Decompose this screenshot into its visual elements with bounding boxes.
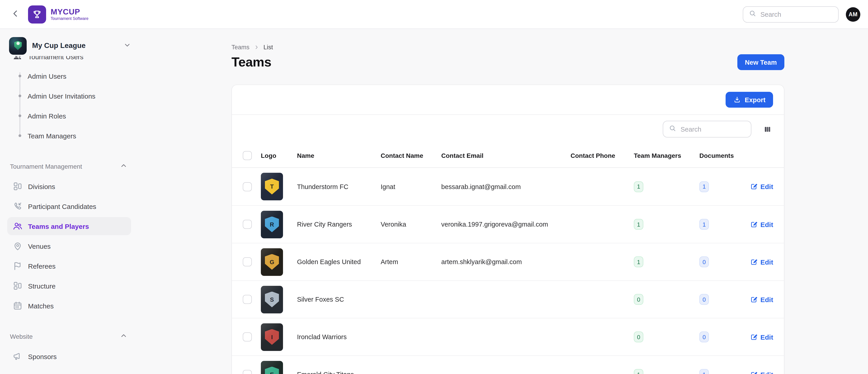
sidebar-item-label: Referees: [28, 262, 56, 270]
column-header-contact-name[interactable]: Contact Name: [381, 152, 441, 159]
team-logo-shield: S: [265, 291, 279, 307]
sidebar-item-label: Sponsors: [28, 352, 57, 360]
edit-link[interactable]: Edit: [750, 295, 773, 303]
team-managers-badge: 1: [634, 256, 643, 267]
team-logo-shield: R: [265, 216, 279, 232]
edit-link[interactable]: Edit: [750, 220, 773, 228]
contact-name: Artem: [381, 258, 441, 266]
column-header-logo[interactable]: Logo: [261, 152, 297, 159]
edit-icon: [750, 258, 758, 266]
map-pin-icon: [13, 241, 23, 251]
edit-link[interactable]: Edit: [750, 333, 773, 341]
phone-incoming-icon: [13, 201, 23, 211]
search-icon: [749, 9, 756, 19]
table-search[interactable]: [663, 121, 752, 137]
brand-tagline: Tournament Software: [51, 17, 88, 21]
brand-name: MYCUP: [51, 7, 88, 16]
sidebar-item[interactable]: Matches: [7, 297, 131, 315]
sidebar-subitem[interactable]: Admin Roles: [7, 106, 131, 126]
sidebar-subitem[interactable]: Admin Users: [7, 66, 131, 86]
chevron-up-icon: [120, 162, 127, 171]
card-header: Export: [232, 85, 784, 115]
team-name: Thunderstorm FC: [297, 183, 381, 190]
documents-badge: 1: [700, 369, 709, 374]
team-logo: R: [261, 211, 283, 238]
documents-badge: 0: [700, 332, 709, 342]
row-checkbox[interactable]: [243, 220, 252, 229]
back-button[interactable]: [9, 8, 22, 21]
league-selector[interactable]: My Cup League: [7, 36, 131, 55]
team-logo-shield: I: [265, 329, 279, 345]
contact-name: Ignat: [381, 183, 441, 190]
team-logo: T: [261, 173, 283, 200]
column-header-documents[interactable]: Documents: [700, 152, 750, 159]
row-checkbox[interactable]: [243, 370, 252, 374]
team-name: Emerald City Titans: [297, 371, 381, 374]
trophy-icon: [28, 5, 46, 23]
sidebar-nav: Tournament Users Admin Users Admin User …: [7, 56, 131, 374]
sidebar-item[interactable]: Referees: [7, 257, 131, 275]
sidebar-item[interactable]: Divisions: [7, 177, 131, 195]
row-checkbox[interactable]: [243, 182, 252, 191]
sidebar-subitem-label: Team Managers: [28, 132, 76, 139]
edit-link[interactable]: Edit: [750, 371, 773, 374]
columns-icon[interactable]: [763, 124, 773, 134]
edit-link[interactable]: Edit: [750, 183, 773, 190]
new-team-button[interactable]: New Team: [737, 54, 784, 70]
sidebar-subitem[interactable]: Admin User Invitations: [7, 86, 131, 106]
user-avatar[interactable]: AM: [846, 7, 860, 22]
download-icon: [734, 96, 741, 103]
column-header-team-managers[interactable]: Team Managers: [634, 152, 700, 159]
team-logo-shield: T: [265, 179, 279, 194]
section-tournament-management[interactable]: Tournament Management: [7, 156, 131, 176]
sidebar-item-label: Tournament Users: [28, 56, 84, 60]
global-search[interactable]: [743, 6, 839, 22]
chevron-down-icon: [123, 41, 131, 51]
team-logo: E: [261, 361, 283, 374]
sidebar-item[interactable]: Venues: [7, 237, 131, 255]
sidebar-item[interactable]: Teams and Players: [7, 217, 131, 235]
sidebar-subitem[interactable]: Team Managers: [7, 126, 131, 146]
column-header-contact-email[interactable]: Contact Email: [441, 152, 570, 159]
column-header-name[interactable]: Name: [297, 152, 381, 159]
global-search-input[interactable]: [761, 11, 833, 18]
edit-icon: [750, 220, 758, 228]
admin-tree: Admin Users Admin User Invitations Admin…: [7, 66, 131, 146]
column-header-contact-phone[interactable]: Contact Phone: [570, 152, 634, 159]
sidebar-item[interactable]: Sponsors: [7, 347, 131, 365]
top-bar: MYCUP Tournament Software AM: [0, 0, 868, 29]
chevron-right-icon: [254, 44, 259, 50]
table-row: T Thunderstorm FC Ignat bessarab.ignat@g…: [232, 168, 784, 205]
sidebar-item-tournament-users[interactable]: Tournament Users: [7, 56, 131, 66]
edit-icon: [750, 295, 758, 303]
breadcrumb-teams[interactable]: Teams: [231, 44, 250, 51]
sidebar-item[interactable]: Participant Candidates: [7, 197, 131, 215]
sidebar-item-label: Divisions: [28, 183, 55, 190]
row-checkbox[interactable]: [243, 295, 252, 304]
sidebar-item-label: Venues: [28, 242, 51, 250]
brand-logo[interactable]: MYCUP Tournament Software: [28, 5, 88, 23]
section-label: Tournament Management: [10, 163, 120, 170]
team-name: Ironclad Warriors: [297, 333, 381, 341]
row-checkbox[interactable]: [243, 257, 252, 267]
team-logo: I: [261, 323, 283, 351]
table-row: E Emerald City Titans 1 1: [232, 355, 784, 374]
select-all-checkbox[interactable]: [243, 151, 252, 160]
row-checkbox[interactable]: [243, 333, 252, 341]
team-name: Silver Foxes SC: [297, 296, 381, 303]
documents-badge: 0: [700, 294, 709, 305]
export-button[interactable]: Export: [726, 92, 773, 107]
team-managers-badge: 1: [634, 219, 643, 230]
team-logo: G: [261, 248, 283, 276]
users-filled-icon: [13, 56, 23, 62]
table-row: I Ironclad Warriors 0 0: [232, 318, 784, 355]
users-icon: [13, 221, 23, 231]
team-name: Golden Eagles United: [297, 258, 381, 266]
table-search-input[interactable]: [681, 125, 746, 133]
sidebar-item[interactable]: Structure: [7, 277, 131, 295]
team-managers-badge: 0: [634, 294, 643, 305]
edit-link[interactable]: Edit: [750, 258, 773, 266]
contact-email: artem.shklyarik@gmail.com: [441, 258, 570, 266]
documents-badge: 1: [700, 181, 709, 192]
section-website[interactable]: Website: [7, 326, 131, 346]
